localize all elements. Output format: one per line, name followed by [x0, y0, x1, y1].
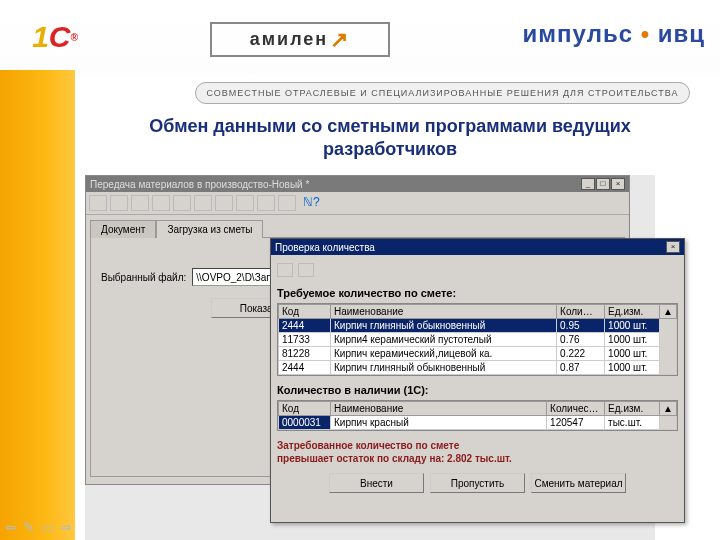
toolbar-icon[interactable]	[277, 263, 293, 277]
logo-1c: 1C®	[10, 10, 100, 64]
tab-document[interactable]: Документ	[90, 220, 156, 238]
window-title: Передача материалов в производство-Новый…	[90, 179, 309, 190]
dialog-title: Проверка количества	[275, 242, 375, 253]
dialog-titlebar: Проверка количества ×	[271, 239, 684, 255]
toolbar-btn[interactable]	[173, 195, 191, 211]
next-icon[interactable]: ⇒	[60, 519, 72, 535]
apply-button[interactable]: Внести	[329, 473, 424, 493]
close-icon[interactable]: ×	[666, 241, 680, 253]
help-icon[interactable]: ℕ?	[299, 195, 324, 211]
maximize-icon[interactable]: □	[596, 178, 610, 190]
toolbar-btn[interactable]	[278, 195, 296, 211]
col-ed[interactable]: Ед.изм.	[605, 305, 660, 319]
menu-icon[interactable]: ▭	[41, 519, 54, 535]
col-naim[interactable]: Наименование	[331, 305, 557, 319]
file-label: Выбранный файл:	[101, 272, 186, 283]
grid-required[interactable]: Код Наименование Коли… Ед.изм. ▲ 2444Кир…	[277, 303, 678, 376]
table-row[interactable]: 11733Кирпи4 керамический пустотелый0.761…	[279, 333, 677, 347]
prev-icon[interactable]: ⇐	[5, 519, 17, 535]
minimize-icon[interactable]: _	[581, 178, 595, 190]
change-material-button[interactable]: Сменить материал	[531, 473, 626, 493]
toolbar-btn[interactable]	[131, 195, 149, 211]
col-kol[interactable]: Коли…	[557, 305, 605, 319]
toolbar-btn[interactable]	[89, 195, 107, 211]
table-row[interactable]: 2444Кирпич глиняный обыкновенный0.871000…	[279, 361, 677, 375]
section-required: Требуемое количество по смете:	[277, 287, 678, 299]
logo-impuls: импульс • ивц	[523, 20, 705, 48]
col-naim[interactable]: Наименование	[331, 402, 547, 416]
slide-nav: ⇐ ✎ ▭ ⇒	[5, 519, 72, 535]
toolbar-btn[interactable]	[194, 195, 212, 211]
table-row[interactable]: 0000031 Кирпич красный 120547 тыс.шт.	[279, 416, 677, 430]
col-kod[interactable]: Код	[279, 305, 331, 319]
dialog-check-quantity: Проверка количества × Требуемое количест…	[270, 238, 685, 523]
toolbar-icon[interactable]	[298, 263, 314, 277]
section-stock: Количество в наличии (1С):	[277, 384, 678, 396]
tagline: СОВМЕСТНЫЕ ОТРАСЛЕВЫЕ И СПЕЦИАЛИЗИРОВАНН…	[195, 82, 690, 104]
toolbar-btn[interactable]	[152, 195, 170, 211]
toolbar-btn[interactable]	[236, 195, 254, 211]
scroll-up-icon[interactable]: ▲	[660, 402, 677, 416]
warning-message: Затребованное количество по смете превыш…	[277, 439, 678, 465]
pen-icon[interactable]: ✎	[23, 519, 35, 535]
tab-load-estimate[interactable]: Загрузка из сметы	[156, 220, 263, 238]
col-ed[interactable]: Ед.изм.	[605, 402, 660, 416]
toolbar: ℕ?	[86, 192, 629, 215]
col-kol[interactable]: Количес…	[547, 402, 605, 416]
table-row[interactable]: 2444Кирпич глиняный обыкновенный0.951000…	[279, 319, 677, 333]
titlebar: Передача материалов в производство-Новый…	[86, 176, 629, 192]
toolbar-btn[interactable]	[110, 195, 128, 211]
col-kod[interactable]: Код	[279, 402, 331, 416]
slide-title: Обмен данными со сметными программами ве…	[100, 115, 680, 162]
close-icon[interactable]: ×	[611, 178, 625, 190]
skip-button[interactable]: Пропустить	[430, 473, 525, 493]
logo-amilen: амилен↗	[210, 22, 390, 57]
grid-stock[interactable]: Код Наименование Количес… Ед.изм. ▲ 0000…	[277, 400, 678, 431]
app-screenshot: Передача материалов в производство-Новый…	[85, 175, 655, 540]
toolbar-btn[interactable]	[257, 195, 275, 211]
dialog-toolbar	[277, 261, 678, 285]
toolbar-btn[interactable]	[215, 195, 233, 211]
scroll-up-icon[interactable]: ▲	[660, 305, 677, 319]
table-row[interactable]: 81228Кирпич керамический,лицевой ка.0.22…	[279, 347, 677, 361]
